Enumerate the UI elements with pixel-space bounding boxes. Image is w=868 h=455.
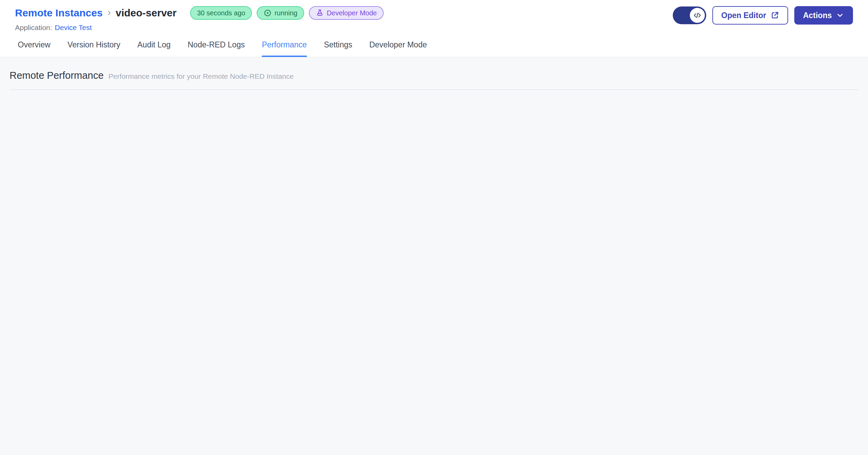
- breadcrumb: Remote Instances › video-server 30 secon…: [15, 5, 384, 21]
- tab-audit-log[interactable]: Audit Log: [138, 40, 171, 57]
- main-content: Remote Performance Performance metrics f…: [0, 58, 868, 455]
- divider: [10, 89, 858, 90]
- tab-overview[interactable]: Overview: [18, 40, 51, 57]
- page-title: Remote Performance: [10, 70, 104, 81]
- tab-version-history[interactable]: Version History: [68, 40, 120, 57]
- code-icon: [693, 11, 702, 20]
- flask-icon: [316, 9, 324, 17]
- developer-mode-text: Developer Mode: [327, 9, 377, 17]
- developer-mode-badge: Developer Mode: [309, 6, 384, 20]
- status-text: running: [274, 9, 297, 17]
- actions-label: Actions: [803, 11, 832, 20]
- page-subtitle: Performance metrics for your Remote Node…: [109, 72, 294, 80]
- page-header: Remote Instances › video-server 30 secon…: [0, 0, 868, 34]
- tab-bar: OverviewVersion HistoryAudit LogNode-RED…: [0, 34, 868, 58]
- status-badge: running: [257, 6, 304, 20]
- chevron-down-icon: [836, 11, 844, 19]
- application-link[interactable]: Device Test: [55, 24, 92, 32]
- last-seen-text: 30 seconds ago: [197, 9, 245, 17]
- chevron-right-icon: ›: [108, 6, 111, 18]
- last-seen-badge: 30 seconds ago: [190, 6, 252, 20]
- open-editor-label: Open Editor: [721, 11, 766, 20]
- application-row: Application: Device Test: [15, 21, 384, 34]
- tab-performance[interactable]: Performance: [262, 40, 307, 57]
- tab-node-red-logs[interactable]: Node-RED Logs: [188, 40, 245, 57]
- instance-name: video-server: [116, 7, 176, 19]
- developer-mode-toggle[interactable]: [673, 6, 706, 24]
- play-circle-icon: [264, 9, 272, 17]
- tab-developer-mode[interactable]: Developer Mode: [369, 40, 427, 57]
- external-link-icon: [770, 11, 779, 20]
- breadcrumb-root-link[interactable]: Remote Instances: [15, 7, 103, 19]
- application-label: Application:: [15, 24, 52, 32]
- toggle-knob[interactable]: [690, 8, 705, 23]
- open-editor-button[interactable]: Open Editor: [712, 6, 788, 25]
- actions-button[interactable]: Actions: [794, 6, 853, 25]
- tab-settings[interactable]: Settings: [324, 40, 352, 57]
